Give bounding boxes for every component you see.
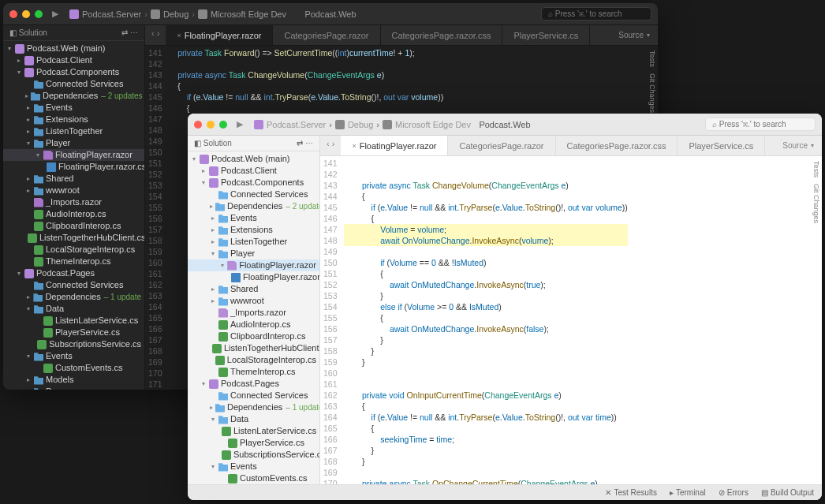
- twisty-icon[interactable]: ▾: [16, 67, 22, 77]
- code-line[interactable]: }: [344, 357, 628, 368]
- twisty-icon[interactable]: ▸: [210, 296, 216, 306]
- tree-node[interactable]: ▸Extensions: [188, 224, 319, 236]
- editor-tabs[interactable]: ‹ ›×FloatingPlayer.razorCategoriesPage.r…: [320, 136, 822, 156]
- play-icon[interactable]: ▶: [52, 9, 58, 19]
- code-line[interactable]: if (e.Value != null && int.TryParse(e.Va…: [169, 91, 444, 103]
- editor-tab[interactable]: CategoriesPage.razor: [448, 136, 555, 155]
- tree-node[interactable]: FloatingPlayer.razor.css: [188, 271, 319, 283]
- twisty-icon[interactable]: ▸: [25, 114, 32, 125]
- search-input[interactable]: ⌕ Press '⌘.' to search: [541, 7, 651, 21]
- editor-tab[interactable]: CategoriesPage.razor.css: [556, 136, 678, 155]
- code-line[interactable]: [344, 246, 628, 257]
- tree-node[interactable]: ▾Events: [188, 461, 319, 472]
- twisty-icon[interactable]: ▸: [16, 55, 22, 65]
- twisty-icon[interactable]: ▸: [25, 185, 32, 196]
- code-line[interactable]: }: [344, 345, 628, 357]
- breadcrumb-item[interactable]: Debug: [348, 120, 373, 129]
- code-line[interactable]: else if (Volume >= 0 && IsMuted): [344, 301, 628, 312]
- breadcrumb[interactable]: Podcast.Server›Debug›Microsoft Edge Dev: [254, 120, 471, 129]
- code-line[interactable]: if (Volume == 0 && !IsMuted): [344, 257, 628, 268]
- gutter-tab[interactable]: Git Changes: [648, 73, 656, 113]
- twisty-icon[interactable]: ▾: [16, 268, 22, 278]
- code-line[interactable]: }: [344, 334, 628, 345]
- minimize-icon[interactable]: [207, 121, 215, 129]
- tree-node[interactable]: ▾Events: [3, 350, 144, 362]
- tab-nav[interactable]: ‹ ›: [320, 136, 341, 155]
- code-line[interactable]: {: [169, 80, 444, 91]
- tree-node[interactable]: SubscriptionsService.cs: [188, 449, 319, 461]
- breadcrumb-item[interactable]: Debug: [163, 9, 189, 19]
- window-controls[interactable]: [194, 121, 227, 129]
- tree-node[interactable]: ▾Podcast.Components: [188, 177, 319, 189]
- code-line[interactable]: [344, 158, 628, 169]
- tree-node[interactable]: SubscriptionsService.cs: [3, 338, 144, 350]
- code-line[interactable]: private Task Forward() => SetCurrentTime…: [169, 47, 444, 58]
- tree-node[interactable]: ▾Podcast.Web (main): [188, 153, 319, 165]
- twisty-icon[interactable]: ▸: [210, 237, 216, 247]
- code-line[interactable]: {: [344, 213, 628, 224]
- solution-tree[interactable]: ▾Podcast.Web (main)▸Podcast.Client▾Podca…: [3, 41, 144, 390]
- tree-node[interactable]: ListenLaterService.cs: [3, 315, 144, 327]
- tree-node[interactable]: ▸Events: [3, 102, 144, 114]
- source-selector[interactable]: Source▾: [775, 136, 822, 155]
- solution-tree[interactable]: ▾Podcast.Web (main)▸Podcast.Client▾Podca…: [188, 151, 319, 484]
- code-line[interactable]: {: [344, 423, 628, 434]
- window-controls[interactable]: [9, 10, 43, 18]
- tree-node[interactable]: ▾Data: [188, 413, 319, 425]
- tree-node[interactable]: ▸Podcast.Client: [188, 165, 319, 177]
- code-line[interactable]: await OnMutedChange.InvokeAsync(true);: [344, 279, 628, 290]
- tree-node[interactable]: ▾Podcast.Components: [3, 66, 144, 78]
- tree-node[interactable]: ▸Events: [188, 212, 319, 224]
- breadcrumb-item[interactable]: Microsoft Edge Dev: [395, 120, 471, 129]
- twisty-icon[interactable]: ▾: [210, 414, 216, 424]
- tree-node[interactable]: ▾Podcast.Web (main): [3, 43, 144, 54]
- twisty-icon[interactable]: ▾: [210, 461, 216, 472]
- code-line[interactable]: private async Task ChangeVolume(ChangeEv…: [169, 69, 444, 80]
- twisty-icon[interactable]: ▸: [200, 166, 207, 176]
- tree-node[interactable]: ListenTogetherHubClient.cs: [188, 342, 319, 354]
- tree-node[interactable]: ▸ListenTogether: [3, 125, 144, 137]
- tree-node[interactable]: AudioInterop.cs: [3, 208, 144, 220]
- tree-node[interactable]: ThemeInterop.cs: [188, 366, 319, 378]
- tree-node[interactable]: ThemeInterop.cs: [3, 256, 144, 267]
- tree-node[interactable]: ▸wwwroot: [188, 295, 319, 307]
- twisty-icon[interactable]: ▾: [219, 260, 225, 271]
- tree-node[interactable]: ▾Podcast.Pages: [188, 378, 319, 390]
- search-input[interactable]: ⌕ Press '⌘.' to search: [705, 118, 816, 131]
- gutter-tab[interactable]: Tests: [812, 161, 820, 177]
- code-line[interactable]: [344, 379, 628, 390]
- code-line[interactable]: }: [344, 456, 628, 467]
- tree-node[interactable]: ▾Pages: [3, 386, 144, 390]
- code-line[interactable]: [169, 58, 444, 69]
- twisty-icon[interactable]: ▾: [25, 386, 32, 390]
- twisty-icon[interactable]: ▸: [210, 284, 216, 294]
- tree-node[interactable]: ▸Dependencies– 2 updates: [188, 200, 319, 212]
- code-line[interactable]: private async Task OnChangeCurrentTime(C…: [344, 478, 628, 484]
- twisty-icon[interactable]: ▸: [210, 225, 216, 235]
- editor-tab[interactable]: CategoriesPage.razor: [273, 25, 380, 45]
- twisty-icon[interactable]: ▸: [25, 375, 32, 385]
- twisty-icon[interactable]: ▸: [25, 292, 31, 302]
- code-line[interactable]: await OnMutedChange.InvokeAsync(false);: [344, 323, 628, 334]
- tree-node[interactable]: PlayerService.cs: [3, 327, 144, 338]
- tree-node[interactable]: ▾Player: [188, 248, 319, 259]
- code-line[interactable]: private async Task ChangeVolume(ChangeEv…: [344, 180, 628, 191]
- tree-node[interactable]: ▸Extensions: [3, 114, 144, 125]
- twisty-icon[interactable]: ▸: [25, 126, 32, 136]
- tree-node[interactable]: Connected Services: [188, 390, 319, 401]
- breadcrumb-item[interactable]: Podcast.Server: [267, 120, 326, 129]
- tree-node[interactable]: _Imports.razor: [3, 196, 144, 208]
- close-icon[interactable]: [194, 121, 202, 129]
- code-line[interactable]: {: [344, 312, 628, 323]
- tree-node[interactable]: ▾Player: [3, 137, 144, 149]
- tree-node[interactable]: ▸ListenTogether: [188, 236, 319, 248]
- tree-node[interactable]: AudioInterop.cs: [188, 319, 319, 330]
- editor-tab[interactable]: CategoriesPage.razor.css: [381, 25, 503, 45]
- close-tab-icon[interactable]: ×: [177, 32, 181, 39]
- status-item[interactable]: ⊘ Errors: [719, 488, 748, 497]
- code-line[interactable]: {: [344, 191, 628, 202]
- editor-tab[interactable]: ×FloatingPlayer.razor: [166, 25, 273, 45]
- tree-node[interactable]: ▾FloatingPlayer.razor: [188, 259, 319, 271]
- twisty-icon[interactable]: ▾: [200, 379, 207, 389]
- code-line[interactable]: if (e.Value != null && int.TryParse(e.Va…: [344, 412, 628, 423]
